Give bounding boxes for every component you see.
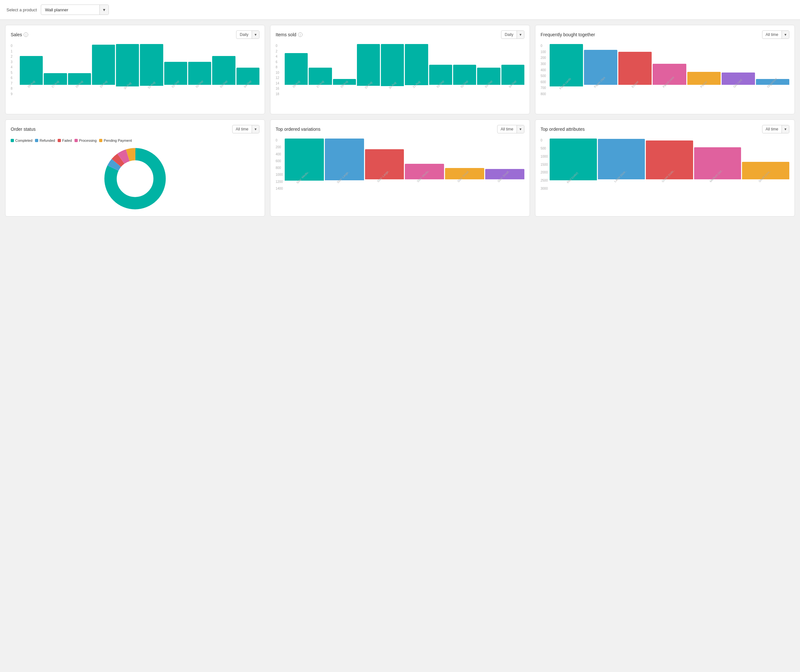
bar-group: 03 Sep [477, 44, 500, 96]
bar-group: 30 Aug [381, 44, 404, 96]
bar-group: Size: Small.. [485, 139, 524, 190]
items-sold-card-header: Items sold i Daily ▾ [276, 30, 524, 39]
sales-chart: 9876543210 26 Aug27 Aug28 Aug29 Aug30 Au… [11, 44, 260, 109]
order-status-donut-wrapper [11, 146, 260, 211]
top-attributes-chart: 300025002000150010005000 Red (color)Larg… [540, 139, 789, 203]
bar [116, 44, 139, 86]
bar-group: 29 Aug [357, 44, 380, 96]
top-attributes-period-select[interactable]: All time ▾ [762, 125, 789, 133]
frequently-bought-period-dropdown[interactable]: ▾ [782, 31, 789, 38]
top-variations-period-select[interactable]: All time ▾ [497, 125, 524, 133]
bar-group: 29 Aug [92, 44, 115, 96]
select-product-label: Select a product [6, 8, 37, 12]
bar-group: 02 Sep [453, 44, 476, 96]
top-variations-period-value: All time [497, 125, 516, 133]
top-attributes-card-header: Top ordered attributes All time ▾ [540, 125, 789, 133]
top-variations-card-title: Top ordered variations [276, 126, 321, 132]
items-sold-card-title: Items sold i [276, 32, 303, 37]
order-status-card-title: Order status [11, 126, 35, 132]
frequently-bought-card-header: Frequently bought together All time ▾ [540, 30, 789, 39]
bar-group: Flash cards [550, 44, 583, 96]
bar-group: 01 Sep [164, 44, 187, 96]
bar-group: Size: Small.. [445, 139, 484, 190]
bar-group: 27 Aug [309, 44, 332, 96]
bar-group: Eraser [618, 44, 652, 96]
legend-label: Processing [79, 139, 96, 142]
bar-group: Green (colo.. [646, 139, 693, 190]
bar-group: Paper clips [584, 44, 617, 96]
sales-period-select[interactable]: Daily ▾ [236, 30, 260, 39]
order-status-period-dropdown[interactable]: ▾ [252, 125, 259, 133]
legend-dot [11, 139, 14, 142]
bar-group: Large (size.. [598, 139, 645, 190]
bar-group: Small (size.. [742, 139, 789, 190]
bar [381, 44, 404, 86]
top-variations-chart: 1400120010008006004002000 Size: Mediu..S… [276, 139, 524, 203]
top-attributes-card: Top ordered attributes All time ▾ 300025… [535, 120, 795, 216]
donut-hole [120, 163, 150, 194]
bar-group: 28 Aug [68, 44, 91, 96]
order-status-donut [103, 146, 167, 211]
bar [92, 45, 115, 85]
legend-dot [35, 139, 38, 142]
sales-card: Sales i Daily ▾ 9876543210 26 Aug27 Aug2… [5, 25, 265, 114]
legend-item: Refunded [35, 139, 55, 142]
items-sold-info-icon[interactable]: i [298, 32, 303, 37]
legend-label: Completed [15, 139, 32, 142]
top-attributes-period-value: All time [762, 125, 782, 133]
bar-group: 27 Aug [44, 44, 67, 96]
bar [212, 56, 235, 85]
order-status-period-select[interactable]: All time ▾ [232, 125, 260, 133]
top-bar: Select a product Wall planner ▾ [0, 0, 800, 20]
top-attributes-card-title: Top ordered attributes [540, 126, 585, 132]
bar-group: 01 Sep [429, 44, 452, 96]
items-sold-period-value: Daily [501, 31, 516, 38]
frequently-bought-card-title: Frequently bought together [540, 32, 595, 37]
bar-group: Pencil case [653, 44, 686, 96]
bar-group: 31 Aug [140, 44, 163, 96]
bar-group: Size: Large.. [365, 139, 404, 190]
bar [20, 56, 43, 85]
items-sold-card: Items sold i Daily ▾ 181614121086420 26 … [270, 25, 530, 114]
items-sold-period-dropdown[interactable]: ▾ [516, 31, 524, 38]
dashboard: Sales i Daily ▾ 9876543210 26 Aug27 Aug2… [0, 20, 800, 222]
sales-period-value: Daily [236, 31, 252, 38]
sales-card-header: Sales i Daily ▾ [11, 30, 260, 39]
product-name: Wall planner [41, 5, 99, 14]
legend-label: Refunded [40, 139, 55, 142]
legend-dot [58, 139, 61, 142]
bar [405, 44, 428, 85]
bar-group: 30 Aug [116, 44, 139, 96]
bar-group: 02 Sep [188, 44, 211, 96]
top-variations-period-dropdown[interactable]: ▾ [516, 125, 524, 133]
items-sold-period-select[interactable]: Daily ▾ [501, 30, 524, 39]
frequently-bought-period-select[interactable]: All time ▾ [762, 30, 789, 39]
bar-group: Size: Mediu.. [285, 139, 324, 190]
top-attributes-period-dropdown[interactable]: ▾ [782, 125, 789, 133]
product-dropdown-button[interactable]: ▾ [99, 5, 109, 14]
bar-group: 28 Aug [333, 44, 356, 96]
bar-group: 31 Aug [405, 44, 428, 96]
legend-item: Pending Payment [99, 139, 132, 142]
sales-card-title: Sales i [11, 32, 28, 37]
frequently-bought-chart: 8007006005004003002001000 Flash cardsPap… [540, 44, 789, 109]
order-status-period-value: All time [232, 125, 252, 133]
legend-dot [74, 139, 78, 142]
legend-label: Failed [62, 139, 72, 142]
bar [140, 44, 163, 86]
bar-group: Medium (siz.. [694, 139, 741, 190]
top-variations-card-header: Top ordered variations All time ▾ [276, 125, 524, 133]
bar [618, 52, 652, 85]
product-select[interactable]: Wall planner ▾ [41, 5, 109, 15]
bar-group: 04 Sep [501, 44, 524, 96]
sales-period-dropdown[interactable]: ▾ [252, 31, 259, 38]
bar [285, 53, 308, 85]
bar-group: Organiser [756, 44, 789, 96]
order-status-card: Order status All time ▾ CompletedRefunde… [5, 120, 265, 216]
bar [357, 44, 380, 86]
sales-info-icon[interactable]: i [24, 32, 28, 37]
bar-group: Gift card [721, 44, 755, 96]
bar-group: Red (color) [550, 139, 597, 190]
bar-group: 26 Aug [20, 44, 43, 96]
legend-item: Completed [11, 139, 32, 142]
